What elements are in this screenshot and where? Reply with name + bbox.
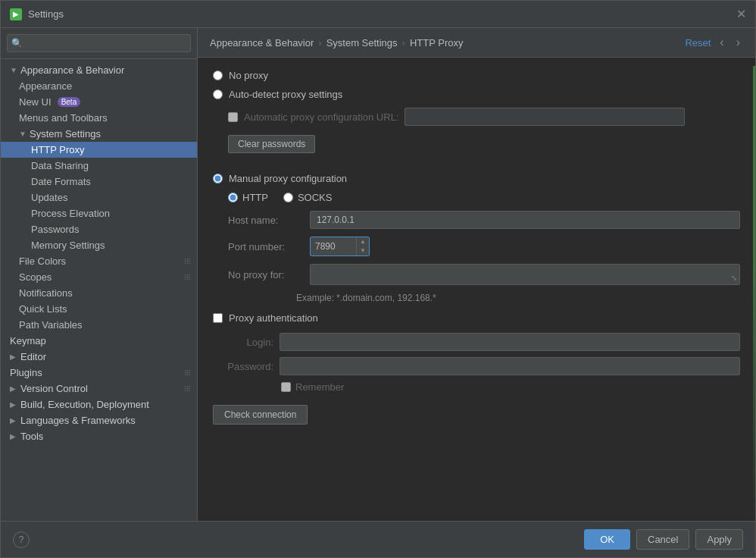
auto-config-url-input[interactable] [405, 108, 685, 126]
check-connection-button[interactable]: Check connection [213, 405, 308, 425]
chevron-down-icon: ▼ [10, 66, 17, 74]
bottom-bar: ? OK Cancel Apply [1, 521, 755, 557]
chevron-right-icon-4: ▶ [10, 416, 17, 425]
sidebar-item-file-colors[interactable]: File Colors ⊞ [1, 253, 197, 269]
port-number-wrap: ▲ ▼ [310, 237, 370, 256]
settings-panel: No proxy Auto-detect proxy settings Auto… [198, 58, 755, 521]
auto-detect-radio[interactable] [213, 89, 223, 99]
sidebar-item-tools[interactable]: ▶ Tools [1, 428, 197, 444]
breadcrumb-bar: Appearance & Behavior › System Settings … [198, 28, 755, 58]
host-name-label: Host name: [228, 215, 304, 226]
socks-label[interactable]: SOCKS [298, 192, 333, 203]
new-ui-badge: Beta [58, 97, 81, 107]
sidebar: 🔍 ▼ Appearance & Behavior Appearance New… [1, 28, 198, 521]
login-input[interactable] [280, 333, 740, 351]
sidebar-item-process-elevation[interactable]: Process Elevation [1, 205, 197, 221]
clear-passwords-container: Clear passwords [213, 135, 740, 162]
search-wrapper: 🔍 [7, 34, 191, 52]
sidebar-item-data-sharing[interactable]: Data Sharing [1, 158, 197, 174]
http-option: HTTP [228, 192, 268, 203]
sidebar-item-system-settings[interactable]: ▼ System Settings [1, 126, 197, 142]
socks-radio[interactable] [283, 193, 293, 202]
help-button[interactable]: ? [13, 531, 30, 548]
chevron-right-icon-3: ▶ [10, 400, 17, 409]
sidebar-item-appearance-behavior[interactable]: ▼ Appearance & Behavior [1, 62, 197, 78]
content-area: Appearance & Behavior › System Settings … [198, 28, 755, 521]
file-colors-icon: ⊞ [184, 256, 191, 266]
bottom-buttons: OK Cancel Apply [584, 529, 743, 550]
sidebar-item-menus-toolbars[interactable]: Menus and Toolbars [1, 110, 197, 126]
auto-config-checkbox[interactable] [228, 112, 238, 122]
main-content: 🔍 ▼ Appearance & Behavior Appearance New… [1, 28, 755, 521]
no-proxy-for-input[interactable] [310, 264, 740, 285]
auto-detect-label[interactable]: Auto-detect proxy settings [229, 89, 342, 100]
search-input[interactable] [7, 34, 191, 52]
titlebar: ▶ Settings ✕ [1, 1, 755, 28]
version-control-icon: ⊞ [184, 384, 191, 393]
sidebar-item-notifications[interactable]: Notifications [1, 285, 197, 301]
sidebar-item-scopes[interactable]: Scopes ⊞ [1, 269, 197, 285]
sidebar-item-languages[interactable]: ▶ Languages & Frameworks [1, 412, 197, 428]
chevron-right-icon-5: ▶ [10, 432, 17, 440]
chevron-down-icon-2: ▼ [19, 130, 27, 138]
scopes-icon: ⊞ [184, 272, 191, 282]
sidebar-item-plugins[interactable]: Plugins ⊞ [1, 365, 197, 381]
manual-proxy-row: Manual proxy configuration [213, 173, 740, 184]
sidebar-item-appearance[interactable]: Appearance [1, 78, 197, 94]
sidebar-item-build[interactable]: ▶ Build, Execution, Deployment [1, 397, 197, 412]
host-name-input[interactable] [310, 211, 740, 229]
port-number-input[interactable] [311, 238, 356, 255]
manual-proxy-label[interactable]: Manual proxy configuration [229, 173, 347, 184]
plugins-icon: ⊞ [184, 368, 191, 378]
port-number-label: Port number: [228, 241, 304, 252]
login-row: Login: [213, 333, 740, 351]
reset-button[interactable]: Reset [685, 37, 711, 49]
sidebar-item-updates[interactable]: Updates [1, 190, 197, 205]
window-title: Settings [28, 8, 64, 20]
remember-checkbox[interactable] [281, 382, 291, 392]
port-increment-button[interactable]: ▲ [357, 237, 369, 246]
breadcrumb-sep-1: › [318, 37, 321, 49]
http-radio[interactable] [228, 193, 238, 202]
host-name-row: Host name: [213, 211, 740, 229]
sidebar-item-new-ui[interactable]: New UI Beta [1, 94, 197, 110]
green-accent [753, 66, 755, 521]
clear-passwords-button[interactable]: Clear passwords [228, 135, 315, 153]
ok-button[interactable]: OK [584, 529, 630, 550]
breadcrumb-item-2: System Settings [326, 37, 398, 49]
sidebar-item-http-proxy[interactable]: HTTP Proxy [1, 142, 197, 158]
forward-button[interactable]: › [733, 36, 743, 49]
sidebar-item-memory-settings[interactable]: Memory Settings [1, 237, 197, 253]
sidebar-item-date-formats[interactable]: Date Formats [1, 174, 197, 190]
login-label: Login: [213, 337, 273, 348]
proxy-auth-label[interactable]: Proxy authentication [229, 312, 318, 324]
manual-proxy-radio[interactable] [213, 174, 223, 183]
sidebar-item-passwords[interactable]: Passwords [1, 221, 197, 237]
port-decrement-button[interactable]: ▼ [357, 246, 369, 255]
close-button[interactable]: ✕ [736, 8, 746, 20]
no-proxy-radio[interactable] [213, 71, 223, 80]
no-proxy-for-row: No proxy for: ⤡ [213, 264, 740, 285]
proxy-auth-checkbox[interactable] [213, 313, 223, 323]
http-label[interactable]: HTTP [242, 192, 268, 203]
port-number-row: Port number: ▲ ▼ [213, 237, 740, 256]
protocol-row: HTTP SOCKS [213, 192, 740, 203]
titlebar-left: ▶ Settings [10, 8, 64, 20]
app-icon: ▶ [10, 8, 22, 20]
back-button[interactable]: ‹ [717, 36, 726, 49]
breadcrumb-actions: Reset ‹ › [685, 36, 743, 49]
breadcrumb-item-1: Appearance & Behavior [210, 37, 314, 49]
sidebar-item-version-control[interactable]: ▶ Version Control ⊞ [1, 381, 197, 397]
cancel-button[interactable]: Cancel [636, 529, 689, 550]
no-proxy-label[interactable]: No proxy [229, 70, 268, 81]
password-row: Password: [213, 357, 740, 375]
sidebar-item-keymap[interactable]: Keymap [1, 333, 197, 349]
sidebar-item-path-variables[interactable]: Path Variables [1, 317, 197, 333]
password-input[interactable] [280, 357, 740, 375]
sidebar-item-quick-lists[interactable]: Quick Lists [1, 301, 197, 317]
chevron-right-icon-2: ▶ [10, 384, 17, 393]
sidebar-item-editor[interactable]: ▶ Editor [1, 349, 197, 365]
remember-label: Remember [295, 381, 344, 393]
apply-button[interactable]: Apply [695, 529, 743, 550]
socks-option: SOCKS [283, 192, 333, 203]
